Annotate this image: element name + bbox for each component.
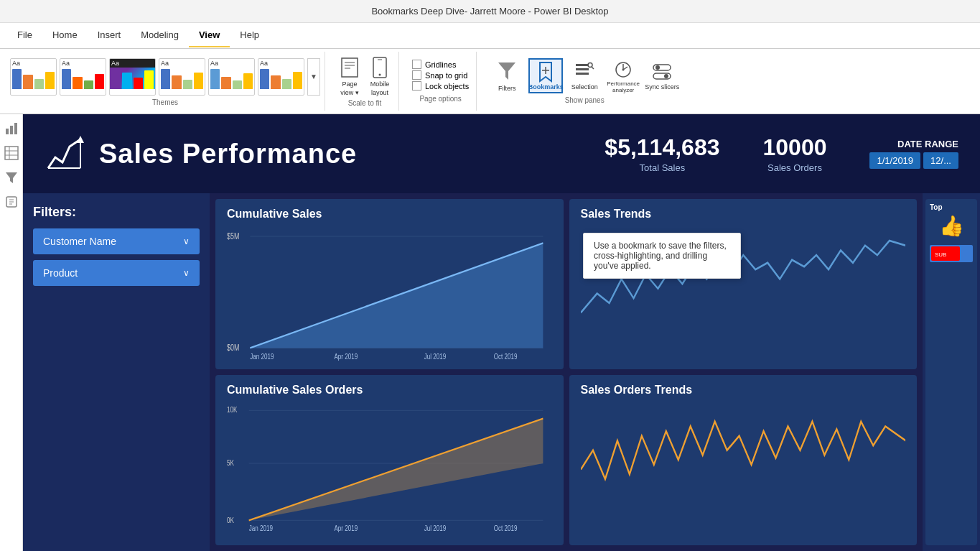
performance-pane-label: Performance analyzer: [606, 80, 640, 93]
sales-orders-value: 10000: [762, 134, 826, 161]
app-body: Use a bookmark to save the filters, cros…: [0, 114, 980, 551]
thumbs-up-icon: 👍: [930, 214, 973, 238]
selection-pane-btn[interactable]: Selection: [567, 61, 602, 91]
themes-dropdown-btn[interactable]: ▼: [307, 58, 320, 96]
svg-text:Apr 2019: Apr 2019: [334, 524, 358, 533]
page-view-label: Page: [342, 80, 357, 88]
cumulative-orders-title: Cumulative Sales Orders: [227, 384, 552, 397]
sidebar-chart-icon[interactable]: [3, 120, 20, 137]
top-partial-card: Top 👍 SUB: [925, 199, 977, 545]
svg-text:10K: 10K: [227, 404, 238, 414]
svg-point-17: [655, 65, 660, 70]
mobile-layout-icon: [368, 56, 391, 79]
svg-rect-22: [14, 123, 17, 134]
snap-checkbox[interactable]: Snap to grid: [412, 70, 469, 80]
snap-cb-box: [412, 70, 421, 80]
subscribe-icon: SUB: [930, 245, 973, 262]
scale-group: Page view ▾ Mobile layout Scale to fi: [331, 52, 399, 111]
mobile-layout-btn[interactable]: Mobile layout: [368, 56, 391, 96]
sales-trends-card: Sales Trends: [569, 199, 918, 369]
lock-checkbox[interactable]: Lock objects: [412, 81, 469, 91]
svg-text:$0M: $0M: [227, 342, 239, 352]
tooltip-text: Use a bookmark to save the filters, cros…: [594, 241, 727, 271]
page-view-btn[interactable]: Page view ▾: [338, 56, 361, 96]
svg-rect-23: [5, 147, 18, 159]
sync-slicers-icon: [652, 61, 672, 83]
svg-text:$5M: $5M: [227, 231, 239, 241]
svg-text:Oct 2019: Oct 2019: [494, 524, 518, 533]
date-end-input[interactable]: 12/...: [923, 152, 958, 169]
filters-pane-label: Filters: [498, 85, 516, 92]
filter-product[interactable]: Product ∨: [33, 260, 200, 286]
sidebar-filter-icon[interactable]: [3, 169, 20, 186]
total-sales-label: Total Sales: [605, 162, 719, 173]
themes-label: Themes: [152, 98, 178, 108]
tab-help[interactable]: Help: [230, 24, 269, 47]
svg-line-13: [592, 67, 594, 69]
tab-view[interactable]: View: [189, 24, 230, 47]
tab-home[interactable]: Home: [42, 24, 88, 47]
date-range-block: DATE RANGE 1/1/2019 12/...: [869, 139, 958, 169]
sidebar-format-icon[interactable]: [3, 193, 20, 210]
sync-slicers-label: Sync slicers: [645, 83, 679, 91]
sales-orders-label: Sales Orders: [762, 162, 826, 173]
charts-area: Cumulative Sales $5M $0M: [210, 193, 923, 551]
dashboard-stats: $5,114,683 Total Sales 10000 Sales Order…: [605, 134, 958, 173]
themes-swatches: Aa Aa: [10, 55, 320, 98]
right-strip: Top 👍 SUB: [923, 193, 980, 551]
theme-swatch-3[interactable]: Aa: [109, 58, 156, 96]
page-options-label: Page options: [412, 95, 469, 103]
main-canvas: Use a bookmark to save the filters, cros…: [23, 114, 980, 551]
tab-insert[interactable]: Insert: [88, 24, 131, 47]
svg-text:Jul 2019: Jul 2019: [424, 351, 447, 361]
gridlines-cb-box: [412, 60, 421, 69]
snap-label: Snap to grid: [425, 71, 467, 80]
date-range-label: DATE RANGE: [897, 139, 958, 149]
date-start-input[interactable]: 1/1/2019: [869, 152, 920, 169]
title-text: Bookmarks Deep Dive- Jarrett Moore - Pow…: [371, 6, 608, 17]
theme-swatch-6[interactable]: Aa: [258, 58, 304, 96]
filters-pane-icon: [497, 60, 517, 84]
dash-title-area: Sales Performance: [45, 132, 357, 175]
cumulative-orders-chart: 10K 5K 0K Jan 2019: [227, 402, 552, 537]
total-sales-value: $5,114,683: [605, 134, 719, 161]
theme-swatch-2[interactable]: Aa: [60, 58, 106, 96]
lock-cb-box: [412, 81, 421, 91]
svg-rect-11: [576, 73, 589, 75]
page-options-group: Gridlines Snap to grid Lock objects Page…: [405, 52, 477, 111]
lock-label: Lock objects: [425, 82, 469, 91]
sidebar-table-icon[interactable]: [3, 144, 20, 162]
svg-text:0K: 0K: [227, 515, 234, 524]
themes-group: Aa Aa: [6, 52, 325, 111]
cumulative-sales-title: Cumulative Sales: [227, 208, 552, 221]
performance-pane-btn[interactable]: Performance analyzer: [606, 58, 640, 93]
svg-rect-20: [6, 129, 9, 134]
svg-text:Jul 2019: Jul 2019: [424, 524, 447, 533]
ribbon: File Home Insert Modeling View Help Aa: [0, 23, 980, 114]
left-sidebar: [0, 114, 23, 551]
svg-rect-10: [576, 68, 589, 70]
filters-pane-btn[interactable]: Filters: [490, 60, 524, 92]
bookmarks-pane-btn[interactable]: Bookmarks: [528, 58, 563, 93]
gridlines-checkbox[interactable]: Gridlines: [412, 60, 469, 69]
theme-swatch-1[interactable]: Aa: [10, 58, 57, 96]
filter-customer-name-label: Customer Name: [43, 236, 116, 247]
sales-orders-block: 10000 Sales Orders: [762, 134, 826, 173]
svg-point-5: [379, 73, 381, 75]
svg-rect-9: [576, 64, 589, 66]
dashboard-title: Sales Performance: [99, 139, 357, 170]
sync-slicers-btn[interactable]: Sync slicers: [645, 61, 679, 91]
mobile-layout-label2: layout: [371, 89, 388, 96]
theme-swatch-4[interactable]: Aa: [159, 58, 205, 96]
page-view-icon: [338, 56, 361, 79]
theme-swatch-5[interactable]: Aa: [208, 58, 255, 96]
tab-modeling[interactable]: Modeling: [131, 24, 189, 47]
svg-point-19: [664, 74, 668, 78]
tab-file[interactable]: File: [7, 24, 42, 47]
dashboard-header: Sales Performance $5,114,683 Total Sales…: [23, 114, 980, 193]
mobile-layout-label: Mobile: [370, 80, 390, 88]
svg-text:Jan 2019: Jan 2019: [249, 524, 273, 533]
filter-customer-name[interactable]: Customer Name ∨: [33, 228, 200, 254]
svg-point-15: [622, 69, 625, 71]
dashboard-body: Filters: Customer Name ∨ Product ∨ Cumul…: [23, 193, 980, 551]
